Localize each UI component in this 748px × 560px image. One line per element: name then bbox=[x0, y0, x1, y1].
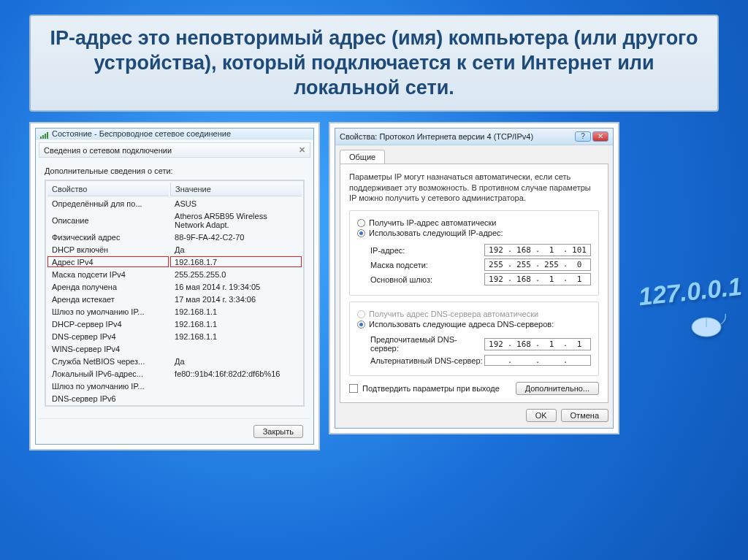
ip-octet[interactable] bbox=[513, 356, 535, 365]
ip-octet[interactable]: 255 bbox=[485, 259, 507, 270]
ip-octet[interactable] bbox=[568, 356, 590, 365]
value-cell: 88-9F-FA-42-C2-70 bbox=[170, 231, 302, 242]
ip-octet[interactable]: 255 bbox=[513, 259, 535, 270]
radio-auto-dns-label: Получить адрес DNS-сервера автоматически bbox=[369, 310, 538, 318]
ip-octet[interactable]: 1 bbox=[541, 274, 562, 285]
col-value[interactable]: Значение bbox=[170, 183, 302, 196]
property-cell: Локальный IPv6-адрес... bbox=[47, 368, 169, 379]
table-row[interactable]: Аренда истекает17 мая 2014 г. 3:34:06 bbox=[47, 294, 302, 304]
table-row[interactable]: Локальный IPv6-адрес...fe80::91b4:16f:82… bbox=[47, 368, 302, 379]
table-row[interactable]: DHCP-сервер IPv4192.168.1.1 bbox=[47, 318, 302, 329]
property-cell: Описание bbox=[47, 210, 169, 230]
checkbox-icon bbox=[349, 384, 358, 393]
ip-octet[interactable]: 192 bbox=[485, 339, 507, 350]
mouse-icon bbox=[687, 312, 728, 343]
radio-manual-dns[interactable]: Использовать следующие адреса DNS-сервер… bbox=[357, 320, 591, 329]
table-row[interactable]: Аренда получена16 мая 2014 г. 19:34:05 bbox=[47, 281, 302, 292]
ip-octet[interactable] bbox=[541, 356, 562, 365]
table-row[interactable]: Физический адрес88-9F-FA-42-C2-70 bbox=[47, 231, 302, 242]
table-row[interactable]: Маска подсети IPv4255.255.255.0 bbox=[47, 269, 302, 280]
ip-octet[interactable]: 168 bbox=[513, 274, 535, 285]
details-window-title: Сведения о сетевом подключении ✕ bbox=[39, 142, 310, 158]
value-cell: Да bbox=[170, 244, 302, 255]
ipv4-properties-dialog: Свойства: Протокол Интернета версии 4 (T… bbox=[335, 128, 614, 429]
table-row[interactable]: ОписаниеAtheros AR5B95 Wireless Network … bbox=[47, 210, 302, 230]
ok-button[interactable]: OK bbox=[526, 409, 557, 422]
ip-octet[interactable]: 192 bbox=[485, 245, 507, 256]
alternate-dns-field[interactable]: ... bbox=[484, 355, 591, 366]
value-cell: Atheros AR5B95 Wireless Network Adapt. bbox=[170, 210, 302, 230]
ip-description: Параметры IP могут назначаться автоматич… bbox=[349, 172, 599, 203]
property-cell: DHCP-сервер IPv4 bbox=[47, 318, 169, 329]
wifi-signal-icon bbox=[40, 130, 49, 137]
table-row[interactable]: Шлюз по умолчанию IP... bbox=[47, 380, 302, 391]
dialog-title: Свойства: Протокол Интернета версии 4 (T… bbox=[340, 132, 533, 141]
slide-title: IP-адрес это неповторимый адрес (имя) ко… bbox=[29, 15, 719, 112]
dot: . bbox=[535, 339, 541, 350]
ip-octet[interactable]: 255 bbox=[541, 259, 562, 270]
table-row[interactable]: DNS-сервер IPv4192.168.1.1 bbox=[47, 331, 302, 342]
ip-octet[interactable]: 168 bbox=[513, 245, 535, 256]
ip-octet[interactable]: 1 bbox=[541, 339, 562, 350]
cancel-button[interactable]: Отмена bbox=[561, 409, 608, 422]
radio-manual-ip-label: Использовать следующий IP-адрес: bbox=[369, 229, 503, 237]
property-cell: Адрес IPv4 bbox=[47, 256, 169, 267]
ip-octet[interactable]: 101 bbox=[568, 245, 590, 256]
ip-octet[interactable]: 0 bbox=[568, 259, 590, 270]
preferred-dns-field[interactable]: 192.168.1.1 bbox=[484, 338, 591, 350]
network-properties-table: Свойство Значение Определённый для по...… bbox=[45, 180, 304, 406]
property-cell: DHCP включён bbox=[47, 244, 169, 255]
radio-auto-ip[interactable]: Получить IP-адрес автоматически bbox=[357, 218, 591, 227]
value-cell: fe80::91b4:16f:82d2:df6b%16 bbox=[170, 368, 302, 379]
ip-address-field[interactable]: 192.168.1.101 bbox=[484, 244, 591, 256]
dot: . bbox=[507, 274, 513, 285]
dot: . bbox=[562, 274, 568, 285]
default-gateway-field[interactable]: 192.168.1.1 bbox=[484, 273, 591, 285]
ip-octet[interactable]: 1 bbox=[568, 339, 590, 350]
close-icon[interactable]: ✕ bbox=[592, 131, 608, 142]
tab-general[interactable]: Общие bbox=[340, 150, 385, 164]
left-panel: Состояние - Беспроводное сетевое соедине… bbox=[29, 122, 320, 450]
radio-icon bbox=[357, 229, 365, 237]
property-cell: DNS-сервер IPv6 bbox=[47, 393, 169, 404]
ip-octet[interactable]: 1 bbox=[541, 245, 562, 256]
label-ip: IP-адрес: bbox=[370, 246, 405, 255]
subnet-mask-field[interactable]: 255.255.255.0 bbox=[484, 258, 591, 271]
status-window-title: Состояние - Беспроводное сетевое соедине… bbox=[36, 129, 313, 139]
network-status-dialog: Состояние - Беспроводное сетевое соедине… bbox=[35, 128, 314, 445]
table-row[interactable]: Адрес IPv4192.168.1.7 bbox=[47, 256, 302, 267]
property-cell: Аренда истекает bbox=[47, 294, 169, 304]
value-cell: 192.168.1.1 bbox=[170, 318, 302, 329]
col-property[interactable]: Свойство bbox=[47, 183, 169, 196]
table-row[interactable]: Служба NetBIOS через...Да bbox=[47, 356, 302, 367]
close-icon[interactable]: ✕ bbox=[299, 145, 305, 155]
close-button[interactable]: Закрыть bbox=[253, 425, 303, 438]
table-row[interactable]: WINS-сервер IPv4 bbox=[47, 343, 302, 354]
dot: . bbox=[507, 245, 513, 256]
right-panel: Свойства: Протокол Интернета версии 4 (T… bbox=[329, 122, 619, 434]
advanced-button[interactable]: Дополнительно... bbox=[516, 382, 599, 395]
dot: . bbox=[562, 356, 568, 365]
dot: . bbox=[562, 245, 568, 256]
ip-octet[interactable]: 168 bbox=[513, 339, 535, 350]
ip-octet[interactable] bbox=[485, 356, 507, 365]
table-row[interactable]: DHCP включёнДа bbox=[47, 244, 302, 255]
value-cell bbox=[170, 380, 302, 391]
table-row[interactable]: Шлюз по умолчанию IP...192.168.1.1 bbox=[47, 306, 302, 317]
radio-manual-ip[interactable]: Использовать следующий IP-адрес: bbox=[357, 229, 591, 237]
radio-icon bbox=[357, 321, 365, 329]
label-mask: Маска подсети: bbox=[370, 261, 428, 269]
property-cell: Аренда получена bbox=[47, 281, 169, 292]
table-row[interactable]: DNS-сервер IPv6 bbox=[47, 393, 302, 404]
property-cell: Физический адрес bbox=[47, 231, 169, 242]
help-icon[interactable]: ? bbox=[575, 131, 591, 142]
ip-octet[interactable]: 1 bbox=[568, 274, 590, 285]
label-dns2: Альтернативный DNS-сервер: bbox=[370, 356, 483, 365]
validate-on-exit-row[interactable]: Подтвердить параметры при выходе Дополни… bbox=[349, 382, 599, 395]
table-row[interactable]: Определённый для по...ASUS bbox=[47, 198, 302, 209]
dot: . bbox=[535, 356, 541, 365]
dot: . bbox=[562, 259, 568, 270]
label-dns1: Предпочитаемый DNS-сервер: bbox=[370, 335, 484, 353]
ip-octet[interactable]: 192 bbox=[485, 274, 507, 285]
dot: . bbox=[535, 245, 541, 256]
